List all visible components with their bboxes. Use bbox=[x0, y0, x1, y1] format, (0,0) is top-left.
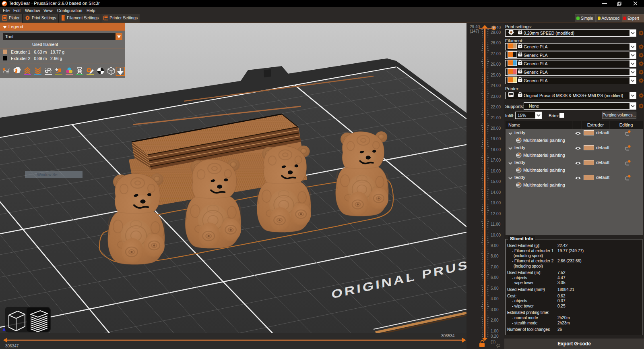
svg-text:Window Se: Window Se bbox=[37, 172, 58, 177]
